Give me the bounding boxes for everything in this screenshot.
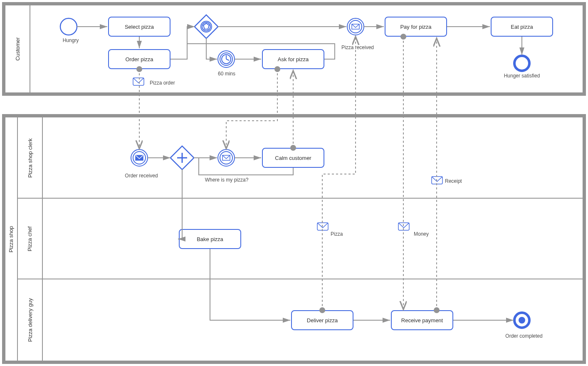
label-money: Money [414, 231, 435, 237]
label-order-completed: Order completed [501, 333, 547, 339]
pool-label-customer: Customer [14, 37, 20, 60]
label-receipt: Receipt [445, 178, 470, 184]
task-pay-pizza[interactable]: Pay for pizza [385, 17, 447, 37]
label-hungry: Hungry [58, 37, 83, 43]
pool-header-customer: Customer [5, 5, 30, 92]
label-pizza-order: Pizza order [150, 80, 183, 86]
lane-sep-1 [18, 198, 583, 199]
task-select-pizza[interactable]: Select pizza [108, 17, 170, 37]
pool-label-shop: Pizza shop [8, 226, 15, 252]
label-pizza: Pizza [331, 231, 351, 237]
label-pizza-received: Pizza received [337, 45, 378, 50]
task-bake-pizza[interactable]: Bake pizza [179, 229, 241, 249]
task-order-pizza[interactable]: Order pizza [108, 49, 170, 69]
pool-header-shop: Pizza shop [5, 117, 18, 361]
task-calm-customer[interactable]: Calm customer [262, 148, 324, 168]
task-deliver-pizza[interactable]: Deliver pizza [291, 310, 353, 330]
lane-label-clerk: Pizza shop clerk [27, 138, 33, 178]
lane-header-delivery: Pizza delivery guy [18, 279, 43, 361]
label-hunger-satisfied: Hunger satisfied [501, 73, 543, 79]
lane-sep-2 [18, 279, 583, 279]
task-receive-payment[interactable]: Receive payment [391, 310, 453, 330]
lane-label-delivery: Pizza delivery guy [27, 298, 33, 342]
label-where-pizza: Where is my pizza? [202, 177, 252, 183]
bpmn-diagram: Customer Pizza shop Pizza shop clerk Piz… [0, 0, 588, 366]
task-ask-pizza[interactable]: Ask for pizza [262, 49, 324, 69]
lane-header-clerk: Pizza shop clerk [18, 117, 43, 198]
lane-label-chef: Pizza chef [27, 226, 33, 251]
lane-header-chef: Pizza chef [18, 198, 43, 279]
label-60mins: 60 mins [214, 71, 239, 77]
label-order-received: Order received [121, 173, 162, 179]
task-eat-pizza[interactable]: Eat pizza [491, 17, 553, 37]
